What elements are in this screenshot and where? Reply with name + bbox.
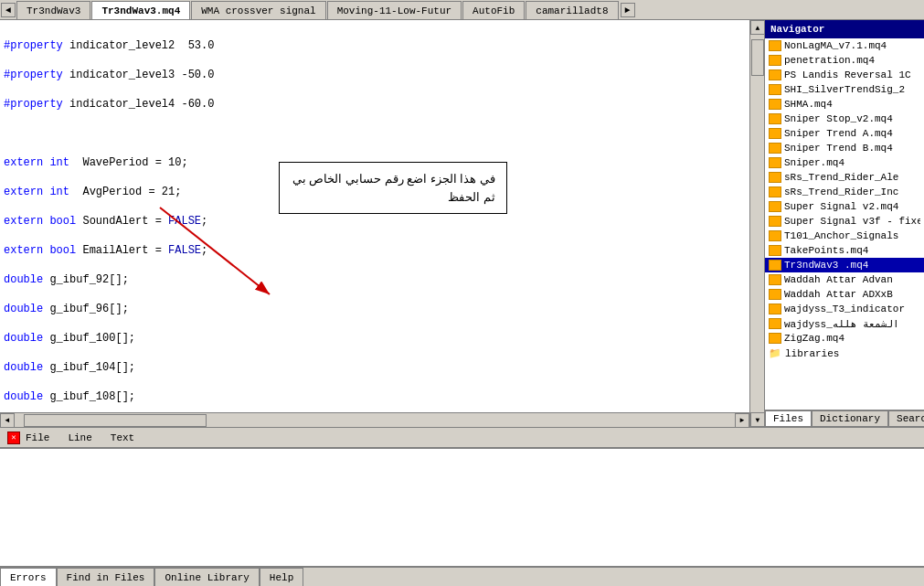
content-area: #property indicator_level2 53.0 #propert…	[0, 20, 924, 427]
error-tab-onlinelibrary[interactable]: Online Library	[154, 568, 259, 586]
code-line: extern bool SoundAlert = FALSE;	[4, 214, 746, 229]
nav-item-takepoints[interactable]: TakePoints.mq4	[765, 243, 924, 258]
tab-autofib[interactable]: AutoFib	[462, 1, 525, 19]
code-line	[4, 126, 746, 141]
nav-footer: Files Dictionary Search	[765, 410, 924, 427]
nav-item-icon	[769, 274, 781, 285]
nav-item-label: TakePoints.mq4	[784, 245, 868, 256]
nav-item-srs-ale[interactable]: sRs_Trend_Rider_Ale	[765, 170, 924, 185]
nav-item-label: NonLagMA_v7.1.mq4	[784, 40, 887, 51]
scroll-right-btn[interactable]: ►	[735, 413, 749, 428]
nav-item-zigzag[interactable]: ZigZag.mq4	[765, 331, 924, 346]
nav-tab-files[interactable]: Files	[765, 410, 812, 427]
code-line: double g_ibuf_92[];	[4, 272, 746, 287]
nav-item-label: Waddah Attar Advan	[784, 274, 893, 285]
code-editor[interactable]: #property indicator_level2 53.0 #propert…	[0, 20, 749, 412]
tab-prev-btn[interactable]: ◄	[1, 3, 16, 17]
nav-item-wajdyss-arabic[interactable]: wajdyss_الشمعة هلله	[765, 316, 924, 331]
code-line: double g_ibuf_96[];	[4, 302, 746, 316]
navigator-header: Navigator	[765, 20, 924, 38]
nav-item-icon	[769, 318, 781, 329]
scroll-down-btn[interactable]: ▼	[750, 412, 765, 427]
nav-item-icon	[769, 143, 781, 154]
navigator-list[interactable]: NonLagMA_v7.1.mq4 penetration.mq4 PS Lan…	[765, 38, 924, 410]
annotation-arrow	[151, 198, 283, 308]
nav-item-label: SHMA.mq4	[784, 99, 833, 110]
nav-item-label: Waddah Attar ADXxB	[784, 289, 893, 300]
nav-item-icon	[769, 201, 781, 212]
svg-line-1	[160, 208, 270, 294]
nav-item-shi[interactable]: SHI_SilverTrendSig_2	[765, 82, 924, 97]
editor-content[interactable]: #property indicator_level2 53.0 #propert…	[0, 20, 749, 412]
code-line: extern bool EmailAlert = FALSE;	[4, 243, 746, 258]
nav-item-icon	[769, 172, 781, 183]
scroll-v-track[interactable]	[750, 35, 764, 412]
scroll-up-btn[interactable]: ▲	[750, 20, 765, 35]
nav-item-t101[interactable]: T101_Anchor_Signals	[765, 229, 924, 243]
nav-item-icon	[769, 55, 781, 66]
nav-item-label: PS Landis Reversal 1C	[784, 69, 911, 80]
code-line: double g_ibuf_100[];	[4, 331, 746, 346]
tab-next-btn[interactable]: ►	[621, 3, 635, 17]
nav-item-sniper-stop[interactable]: Sniper Stop_v2.mq4	[765, 112, 924, 126]
nav-item-super-v2[interactable]: Super Signal v2.mq4	[765, 199, 924, 214]
nav-item-icon	[769, 289, 781, 300]
nav-item-label: Sniper Trend B.mq4	[784, 143, 893, 154]
close-button[interactable]: ✕	[7, 432, 20, 444]
scroll-v-thumb[interactable]	[751, 39, 764, 76]
error-tab-errors[interactable]: Errors	[0, 568, 57, 586]
tab-camarilla[interactable]: camarilladt8	[526, 1, 618, 19]
error-tab-help[interactable]: Help	[260, 568, 303, 586]
nav-item-icon	[769, 304, 781, 314]
scroll-h-track[interactable]	[15, 413, 735, 428]
nav-item-penetration[interactable]: penetration.mq4	[765, 53, 924, 68]
tab-tr3ndwav3-mq4[interactable]: Tr3ndWav3.mq4	[91, 1, 190, 19]
nav-item-wajdyss-t3[interactable]: wajdyss_T3_indicator	[765, 302, 924, 316]
nav-item-sniper-b[interactable]: Sniper Trend B.mq4	[765, 141, 924, 155]
libraries-label: libraries	[785, 348, 839, 359]
nav-item-icon	[769, 260, 781, 271]
tab-moving[interactable]: Moving-11-Low-Futur	[327, 1, 462, 19]
nav-item-label: SHI_SilverTrendSig_2	[784, 84, 905, 95]
code-line: #property indicator_level2 53.0	[4, 38, 746, 53]
error-tab-findinfiles[interactable]: Find in Files	[57, 568, 155, 586]
nav-item-label: sRs_Trend_Rider_Ale	[784, 172, 898, 183]
error-bar: Errors Find in Files Online Library Help	[0, 566, 924, 586]
navigator-title: Navigator	[770, 24, 824, 35]
scroll-h-thumb[interactable]	[24, 414, 207, 427]
nav-item-icon	[769, 157, 781, 168]
nav-item-icon	[769, 216, 781, 227]
editor-area: #property indicator_level2 53.0 #propert…	[0, 20, 749, 427]
tab-wma-crossver[interactable]: WMA crossver signal	[191, 1, 325, 19]
nav-item-label: Super Signal v2.mq4	[784, 201, 898, 212]
status-bar: ✕ File Line Text	[0, 427, 924, 447]
nav-item-sniper-a[interactable]: Sniper Trend A.mq4	[765, 126, 924, 141]
nav-item-icon	[769, 186, 781, 197]
line-label: Line	[68, 432, 91, 443]
nav-item-icon	[769, 128, 781, 139]
tab-tr3ndwav3[interactable]: Tr3ndWav3	[16, 1, 90, 19]
libraries-item[interactable]: 📁 libraries	[765, 346, 924, 361]
nav-item-sniper[interactable]: Sniper.mq4	[765, 155, 924, 170]
nav-tab-dictionary[interactable]: Dictionary	[812, 410, 888, 427]
code-line: #property indicator_level3 -50.0	[4, 68, 746, 82]
nav-item-shma[interactable]: SHMA.mq4	[765, 97, 924, 112]
nav-item-nonlagma[interactable]: NonLagMA_v7.1.mq4	[765, 38, 924, 53]
code-line: double g_ibuf_104[];	[4, 360, 746, 375]
nav-item-label: wajdyss_الشمعة هلله	[784, 318, 899, 330]
nav-item-waddah-advan[interactable]: Waddah Attar Advan	[765, 272, 924, 287]
scroll-left-btn[interactable]: ◄	[0, 413, 15, 428]
nav-item-super-v3[interactable]: Super Signal v3f - fixe	[765, 214, 924, 229]
nav-item-waddah-adx[interactable]: Waddah Attar ADXxB	[765, 287, 924, 302]
nav-item-ps-landis[interactable]: PS Landis Reversal 1C	[765, 68, 924, 82]
nav-item-icon	[769, 84, 781, 95]
vertical-scrollbar[interactable]: ▲ ▼	[749, 20, 764, 427]
nav-item-tr3ndwav3[interactable]: Tr3ndWav3 .mq4	[765, 258, 924, 272]
nav-item-srs-inc[interactable]: sRs_Trend_Rider_Inc	[765, 185, 924, 199]
nav-item-icon	[769, 69, 781, 80]
folder-icon: 📁	[769, 347, 781, 359]
nav-tab-search[interactable]: Search	[888, 410, 924, 427]
nav-item-label: wajdyss_T3_indicator	[784, 304, 905, 314]
code-line: #property indicator_level4 -60.0	[4, 97, 746, 112]
horizontal-scrollbar[interactable]: ◄ ►	[0, 412, 749, 427]
